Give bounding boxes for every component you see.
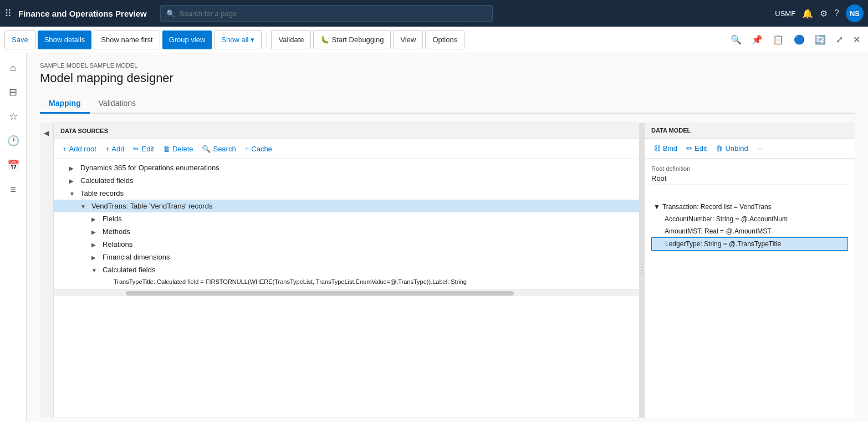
more-options-button[interactable]: ··· [755, 143, 765, 154]
add-root-button[interactable]: + Add root [60, 144, 99, 154]
nav-calendar-icon[interactable]: 📅 [3, 155, 23, 175]
tree-item[interactable]: Dynamics 365 for Operations enumerations [54, 161, 639, 174]
tree-item[interactable]: Methods [54, 225, 639, 238]
content-area: SAMPLE MODEL SAMPLE MODEL Model mapping … [27, 53, 868, 422]
add-root-icon: + [63, 145, 67, 153]
group-view-button[interactable]: Group view [162, 30, 212, 49]
unbind-button[interactable]: 🗑 Unbind [713, 143, 750, 154]
tree-item[interactable]: Calculated fields [54, 174, 639, 187]
search-toolbar-icon[interactable]: 🔍 [727, 32, 745, 47]
data-sources-panel: DATA SOURCES + Add root + Add ✏ Edit [53, 123, 640, 418]
open-new-icon[interactable]: ⤢ [833, 32, 846, 47]
scrollbar-thumb[interactable] [126, 291, 514, 296]
tree-chevron-icon [69, 165, 80, 171]
edit-icon: ✏ [133, 145, 139, 153]
top-nav-right: USMF 🔔 ⚙ ? NS [775, 4, 864, 22]
data-sources-tree: Dynamics 365 for Operations enumerations… [54, 159, 639, 289]
toolbar-right: 🔍 📌 📋 🔵 🔄 ⤢ ✕ [727, 32, 864, 47]
tree-chevron-icon [69, 190, 80, 197]
showall-chevron-icon: ▾ [251, 35, 254, 44]
nav-star-icon[interactable]: ☆ [3, 106, 23, 126]
bind-button[interactable]: ⛓ Bind [651, 143, 680, 154]
vertical-splitter[interactable]: ⋮ [640, 123, 644, 418]
tab-mapping[interactable]: Mapping [40, 94, 90, 114]
edit-button[interactable]: ✏ Edit [131, 144, 156, 154]
search-button[interactable]: 🔍 Search [200, 144, 238, 154]
data-model-tree: ▼ Transaction: Record list = VendTrans A… [645, 199, 855, 253]
tree-item[interactable]: Financial dimensions [54, 251, 639, 263]
tree-item-selected[interactable]: VendTrans: Table 'VendTrans' records [54, 200, 639, 212]
add-icon: + [105, 145, 110, 153]
app-title: Finance and Operations Preview [18, 9, 147, 18]
tree-item[interactable]: Relations [54, 238, 639, 251]
dm-chevron-icon: ▼ [653, 203, 660, 211]
toolbar: Save Show details Show name first Group … [0, 27, 868, 53]
view-button[interactable]: View [393, 30, 423, 49]
tabs: Mapping Validations [40, 94, 855, 114]
dm-tree-item[interactable]: AccountNumber: String = @.AccountNum [651, 213, 848, 225]
tree-chevron-icon [91, 228, 103, 235]
dm-tree-item-selected[interactable]: LedgerType: String = @.TransTypeTitle [651, 237, 848, 251]
search-ds-icon: 🔍 [202, 145, 211, 153]
dm-tree-item[interactable]: AmountMST: Real = @.AmountMST [651, 225, 848, 237]
root-definition-label: Root definition [651, 165, 848, 172]
tree-item[interactable]: Calculated fields [54, 263, 639, 276]
data-model-toolbar: ⛓ Bind ✏ Edit 🗑 Unbind ··· [645, 139, 855, 159]
close-icon[interactable]: ✕ [850, 32, 864, 47]
unbind-icon: 🗑 [716, 144, 723, 152]
tree-item[interactable]: TransTypeTitle: Calculated field = FIRST… [54, 276, 639, 287]
pin-icon[interactable]: 📌 [748, 32, 766, 47]
tab-validations[interactable]: Validations [90, 94, 145, 114]
notifications-icon[interactable]: 🔔 [802, 8, 813, 19]
show-details-button[interactable]: Show details [38, 30, 92, 49]
user-label: USMF [775, 9, 795, 18]
tree-item[interactable]: Table records [54, 187, 639, 200]
nav-filter-icon[interactable]: ⊟ [3, 82, 23, 102]
top-nav: ⠿ Finance and Operations Preview 🔍 USMF … [0, 0, 868, 27]
tree-chevron-icon [91, 267, 103, 273]
data-model-panel: DATA MODEL ⛓ Bind ✏ Edit 🗑 Unbind [644, 123, 855, 418]
tree-chevron-icon [69, 177, 80, 184]
delete-icon: 🗑 [163, 145, 170, 153]
root-definition-value: Root [651, 174, 848, 185]
note-icon[interactable]: 📋 [769, 32, 787, 47]
tree-chevron-icon [91, 254, 103, 261]
grid-icon[interactable]: ⠿ [4, 7, 12, 19]
options-button[interactable]: Options [425, 30, 464, 49]
root-definition-section: Root definition Root [645, 159, 855, 199]
delete-button[interactable]: 🗑 Delete [161, 144, 196, 154]
main-layout: ⌂ ⊟ ☆ 🕐 📅 ≡ SAMPLE MODEL SAMPLE MODEL Mo… [0, 53, 868, 422]
badge-icon[interactable]: 🔵 [790, 32, 808, 47]
dm-tree-item[interactable]: ▼ Transaction: Record list = VendTrans [651, 201, 848, 213]
debug-icon: 🐛 [320, 35, 329, 44]
validate-button[interactable]: Validate [271, 30, 311, 49]
cache-button[interactable]: + Cache [243, 144, 274, 154]
nav-clock-icon[interactable]: 🕐 [3, 131, 23, 151]
save-button[interactable]: Save [4, 30, 35, 49]
collapse-arrow-icon: ◀ [44, 129, 49, 137]
nav-home-icon[interactable]: ⌂ [3, 58, 23, 78]
data-model-header: DATA MODEL [645, 123, 855, 139]
dm-edit-button[interactable]: ✏ Edit [684, 143, 709, 154]
settings-icon[interactable]: ⚙ [820, 8, 828, 19]
add-button[interactable]: + Add [103, 144, 127, 154]
show-name-first-button[interactable]: Show name first [94, 30, 160, 49]
avatar[interactable]: NS [846, 4, 864, 22]
refresh-icon[interactable]: 🔄 [811, 32, 829, 47]
show-all-button[interactable]: Show all ▾ [214, 30, 262, 49]
panels-container: ◀ DATA SOURCES + Add root + Add [40, 123, 855, 418]
left-nav: ⌂ ⊟ ☆ 🕐 📅 ≡ [0, 53, 27, 422]
horizontal-scrollbar[interactable] [54, 289, 639, 296]
help-icon[interactable]: ? [834, 8, 839, 18]
start-debugging-button[interactable]: 🐛 Start Debugging [313, 30, 391, 49]
bind-icon: ⛓ [653, 144, 661, 152]
nav-list-icon[interactable]: ≡ [3, 180, 23, 200]
page-title: Model mapping designer [40, 71, 855, 85]
search-bar[interactable]: 🔍 [160, 5, 493, 22]
tree-chevron-icon [91, 241, 103, 248]
search-icon: 🔍 [166, 9, 175, 18]
data-sources-toolbar: + Add root + Add ✏ Edit 🗑 [54, 139, 639, 159]
collapse-panel-btn[interactable]: ◀ [40, 123, 53, 418]
search-input[interactable] [180, 9, 487, 18]
tree-item[interactable]: Fields [54, 212, 639, 225]
